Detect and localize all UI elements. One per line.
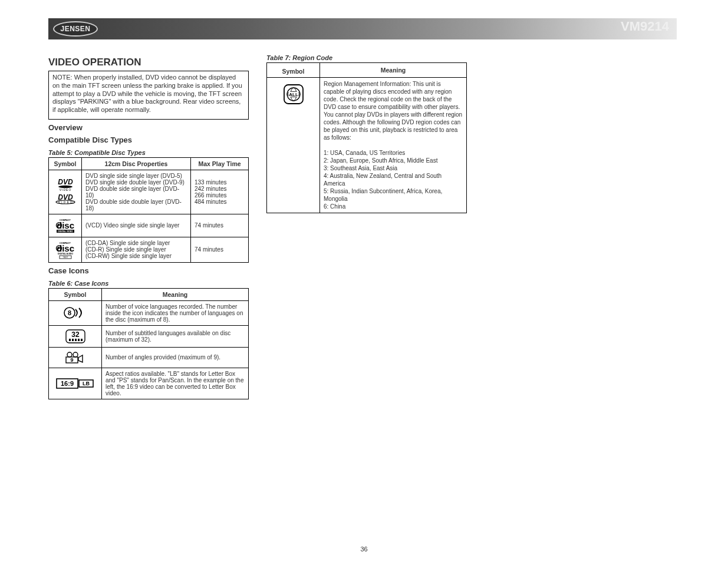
compat-row2-time: 74 minutes (191, 237, 249, 262)
svg-text:LB: LB (83, 381, 90, 386)
svg-text:DIGITAL AUDIO: DIGITAL AUDIO (58, 253, 73, 255)
compat-hdr-1: Symbol (49, 157, 82, 170)
overview-heading: Overview (48, 123, 249, 132)
icons-heading: Case Icons (48, 266, 249, 275)
svg-rect-25 (75, 339, 77, 341)
compat-row2-label: (CD-DA) Single side single layer (CD-R) … (82, 237, 191, 262)
region-all-icon: ALL (267, 78, 320, 213)
section-heading: VIDEO OPERATION (48, 57, 249, 68)
vcd-icon: COMPACT disc DIGITAL VIDEO (49, 214, 82, 237)
svg-text:DVD: DVD (58, 178, 73, 186)
svg-point-9 (58, 224, 59, 226)
note-text: NOTE: When properly installed, DVD video… (52, 74, 245, 114)
svg-point-28 (67, 352, 72, 357)
region-hdr-1: Symbol (267, 63, 320, 78)
table6-caption: Table 6: Case Icons (48, 280, 249, 287)
svg-text:TEXT: TEXT (62, 256, 68, 259)
svg-text:16:9: 16:9 (60, 380, 73, 387)
svg-text:VIDEO: VIDEO (59, 188, 71, 191)
icons-row3: Aspect ratios available. "LB" stands for… (102, 368, 249, 399)
note-box: NOTE: When properly installed, DVD video… (48, 71, 249, 120)
svg-rect-24 (72, 339, 74, 341)
svg-point-15 (58, 247, 59, 249)
svg-rect-27 (81, 339, 83, 341)
table7-caption: Table 7: Region Code (266, 54, 467, 61)
table5-caption: Table 5: Compatible Disc Types (48, 149, 249, 156)
dvd-video-icon: DVD VIDEO DVD V I D E O (49, 170, 82, 214)
compat-heading: Compatible Disc Types (48, 135, 249, 144)
icons-row2: Number of angles provided (maximum of 9)… (102, 347, 249, 368)
compat-hdr-3: Max Play Time (191, 157, 249, 170)
svg-text:32: 32 (71, 330, 80, 339)
page-number: 36 (0, 546, 728, 553)
svg-rect-26 (78, 339, 80, 341)
region-hdr-2: Meaning (320, 63, 467, 78)
svg-rect-23 (69, 339, 71, 341)
svg-text:ALL: ALL (289, 92, 298, 97)
aspect-ratio-icon: 16:9 LB (49, 368, 102, 399)
icons-hdr-2: Meaning (102, 288, 249, 300)
brand-logo: JENSEN (53, 21, 98, 37)
audio-lang-icon: 8 (49, 300, 102, 325)
svg-point-29 (73, 352, 78, 357)
svg-text:V I D E O: V I D E O (58, 201, 72, 204)
subtitle-lang-icon: 32 (49, 325, 102, 347)
icons-table: Symbol Meaning 8 Number of voice languag… (48, 288, 249, 399)
compat-table: Symbol 12cm Disc Properties Max Play Tim… (48, 157, 249, 263)
svg-text:DIGITAL VIDEO: DIGITAL VIDEO (58, 230, 73, 233)
compat-hdr-2: 12cm Disc Properties (82, 157, 191, 170)
model-number: VM9214 (621, 19, 669, 34)
brand-logo-oval: JENSEN (53, 21, 98, 37)
angle-icon: 9 (49, 347, 102, 368)
compat-row1-time: 74 minutes (191, 214, 249, 237)
icons-row0: Number of voice languages recorded. The … (102, 300, 249, 325)
region-table: Symbol Meaning ALL Region Management Inf (266, 62, 467, 213)
icons-row1: Number of subtitled languages available … (102, 325, 249, 347)
compat-row0-time: 133 minutes 242 minutes 266 minutes 484 … (191, 170, 249, 214)
compat-row0-label: DVD single side single layer (DVD-5) DVD… (82, 170, 191, 214)
header-banner: JENSEN (48, 18, 677, 39)
icons-hdr-1: Symbol (49, 288, 102, 300)
region-row: Region Management Information: This unit… (320, 78, 467, 213)
compat-row1-label: (VCD) Video single side single layer (82, 214, 191, 237)
brand-logo-text: JENSEN (60, 25, 90, 33)
cdda-icon: COMPACT disc DIGITAL AUDIO TEXT (49, 237, 82, 262)
svg-text:9: 9 (70, 357, 73, 363)
svg-text:8: 8 (67, 309, 71, 316)
